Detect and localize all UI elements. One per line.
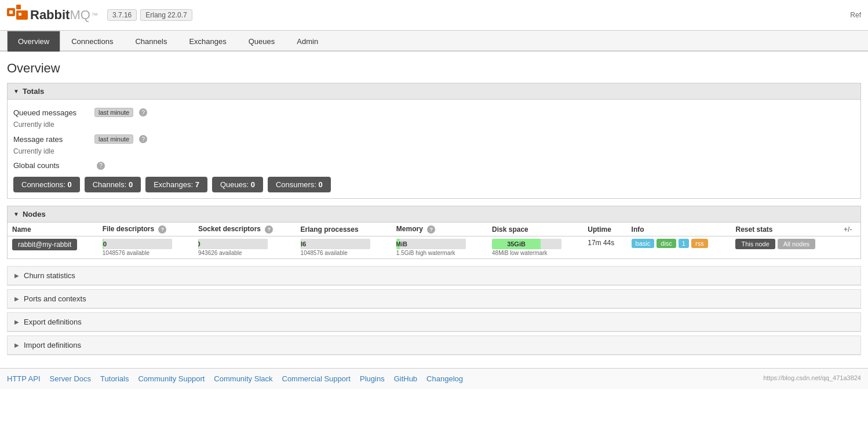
export-definitions-header[interactable]: ▶ Export definitions [8,313,860,331]
disk-space-sub: 48MiB low watermark [492,250,578,256]
footer-plugins[interactable]: Plugins [360,374,385,383]
nodes-label: Nodes [23,210,46,218]
footer-github[interactable]: GitHub [394,374,417,383]
footer-tutorials[interactable]: Tutorials [100,374,129,383]
footer-commercial-support[interactable]: Commercial Support [282,374,351,383]
table-row: rabbit@my-rabbit 30 1048576 available 0 [8,236,860,259]
footer-server-docs[interactable]: Server Docs [50,374,92,383]
queues-count-btn[interactable]: Queues: 0 [212,177,263,192]
col-reset-stats: Reset stats [731,223,839,236]
memory-cell: 83MiB 1.5GiB high watermark [392,236,487,259]
tab-queues[interactable]: Queues [238,31,286,52]
churn-statistics-label: Churn statistics [24,271,75,280]
badge-1[interactable]: 1 [679,239,689,248]
tab-exchanges[interactable]: Exchanges [178,31,237,52]
global-counts-help[interactable]: ? [97,162,105,170]
reset-buttons: This node All nodes [735,239,834,249]
ports-contexts-header[interactable]: ▶ Ports and contexts [8,290,860,308]
churn-statistics-section: ▶ Churn statistics [7,266,861,286]
col-uptime: Uptime [583,223,626,236]
ports-contexts-section: ▶ Ports and contexts [7,289,861,309]
logo-mq: MQ [70,8,90,23]
col-name: Name [8,223,98,236]
tab-admin[interactable]: Admin [286,31,329,52]
queues-count: 0 [251,180,255,189]
erlang-processes-bar: 386 [301,239,370,249]
col-memory: Memory ? [392,223,487,236]
rabbitmq-logo-icon [7,5,28,25]
currently-idle-1: Currently idle [13,119,855,132]
connections-count-btn[interactable]: Connections: 0 [13,177,80,192]
col-disk-space: Disk space [487,223,583,236]
badge-disc[interactable]: disc [657,239,676,248]
totals-arrow: ▼ [13,88,19,94]
disk-space-fill: 35GiB [492,239,541,249]
footer-community-slack[interactable]: Community Slack [214,374,272,383]
col-socket-descriptors: Socket descriptors ? [194,223,296,236]
import-definitions-label: Import definitions [24,341,81,349]
content: Overview ▼ Totals Queued messages last m… [0,52,868,368]
consumers-count-btn[interactable]: Consumers: 0 [268,177,331,192]
churn-statistics-header[interactable]: ▶ Churn statistics [8,267,860,285]
erlang-processes-sub: 1048576 available [301,250,387,256]
page-title: Overview [7,61,861,76]
memory-help[interactable]: ? [427,225,435,234]
col-erlang-processes: Erlang processes [296,223,392,236]
socket-descriptors-sub: 943626 available [198,250,291,256]
disk-space-cell: 35GiB 48MiB low watermark [487,236,583,259]
ref-link[interactable]: Ref [850,11,861,19]
import-arrow: ▶ [14,342,19,348]
global-counts-row: Global counts ? [13,159,855,172]
erlang-processes-cell: 386 1048576 available [296,236,392,259]
memory-bar: 83MiB [396,239,466,249]
reset-this-node-button[interactable]: This node [735,239,775,249]
svg-rect-1 [16,5,21,9]
exchanges-count-btn[interactable]: Exchanges: 7 [145,177,207,192]
totals-header[interactable]: ▼ Totals [7,83,861,100]
file-descriptors-bar: 30 [103,239,172,249]
svg-rect-4 [19,13,21,16]
node-name-cell: rabbit@my-rabbit [8,236,98,259]
tab-connections[interactable]: Connections [60,31,124,52]
disk-space-bar: 35GiB [492,239,561,249]
badge-rss[interactable]: rss [691,239,708,248]
queued-messages-label: Queued messages [13,108,94,117]
file-desc-help[interactable]: ? [158,225,166,234]
nodes-header[interactable]: ▼ Nodes [7,206,861,223]
queued-messages-badge: last minute [94,108,133,117]
message-rates-badge: last minute [94,134,133,144]
export-definitions-section: ▶ Export definitions [7,312,861,332]
file-descriptors-cell: 30 1048576 available [98,236,194,259]
nodes-table: Name File descriptors ? Socket descripto… [8,223,860,258]
consumers-count: 0 [319,180,323,189]
tab-overview[interactable]: Overview [7,31,60,52]
nodes-arrow: ▼ [13,211,19,217]
tab-channels[interactable]: Channels [124,31,178,52]
socket-descriptors-fill: 0 [198,239,199,249]
reset-stats-cell: This node All nodes [731,236,839,259]
uptime-cell: 17m 44s [583,236,626,259]
footer-url: https://blog.csdn.net/qq_471a3824 [763,374,861,383]
message-rates-help[interactable]: ? [139,135,147,143]
totals-section: ▼ Totals Queued messages last minute ? C… [7,83,861,199]
import-definitions-section: ▶ Import definitions [7,336,861,355]
erlang-badge: Erlang 22.0.7 [140,9,192,21]
svg-rect-3 [9,10,13,14]
channels-count-btn[interactable]: Channels: 0 [85,177,141,192]
footer-http-api[interactable]: HTTP API [7,374,41,383]
col-plus-minus[interactable]: +/- [839,223,860,236]
reset-all-nodes-button[interactable]: All nodes [778,239,815,249]
currently-idle-2: Currently idle [13,146,855,159]
queued-messages-help[interactable]: ? [139,108,147,116]
svg-rect-2 [16,10,28,20]
footer-community-support[interactable]: Community Support [138,374,205,383]
socket-desc-help[interactable]: ? [265,225,273,234]
nodes-table-body: rabbit@my-rabbit 30 1048576 available 0 [8,236,860,259]
import-definitions-header[interactable]: ▶ Import definitions [8,336,860,355]
plus-minus-cell [839,236,860,259]
channels-count: 0 [129,180,133,189]
badge-basic[interactable]: basic [632,239,655,248]
footer: HTTP API Server Docs Tutorials Community… [0,368,868,389]
footer-changelog[interactable]: Changelog [426,374,463,383]
node-name-button[interactable]: rabbit@my-rabbit [12,239,77,250]
